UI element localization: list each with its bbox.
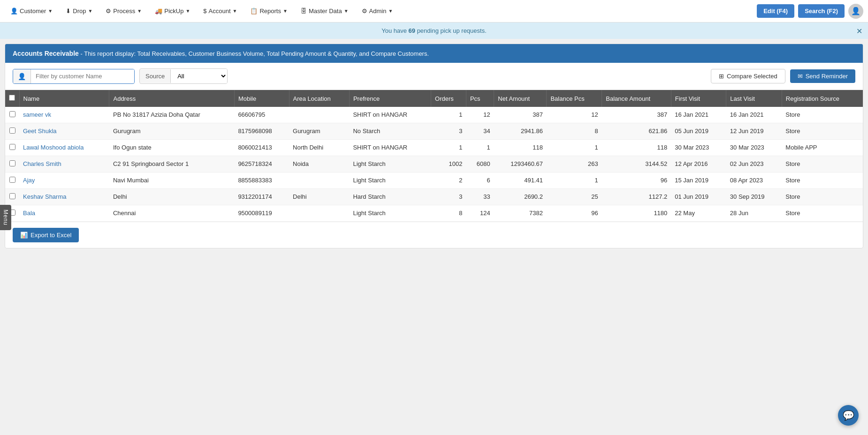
- row-pcs: 34: [466, 123, 494, 140]
- customer-name-link[interactable]: Charles Smith: [23, 160, 61, 167]
- table-row: Keshav Sharma Delhi 9312201174 Delhi Har…: [5, 189, 863, 205]
- row-orders: 1: [431, 107, 466, 123]
- row-name: Lawal Moshood abiola: [19, 140, 109, 156]
- row-registration-source: Store: [782, 189, 863, 205]
- notification-bar: You have 69 pending pick up requests. ✕: [0, 22, 868, 39]
- row-preference: Light Starch: [349, 156, 431, 172]
- row-pcs: 33: [466, 189, 494, 205]
- customer-name-link[interactable]: Lawal Moshood abiola: [23, 144, 84, 151]
- nav-item-process[interactable]: ⚙ Process ▼: [100, 4, 147, 18]
- row-net-amount: 2690.2: [494, 189, 547, 205]
- row-balance-pcs: 1: [547, 172, 602, 189]
- compare-selected-label: Compare Selected: [727, 73, 777, 80]
- caret-pickup: ▼: [185, 8, 190, 14]
- report-title: Accounts Receivable: [13, 50, 79, 57]
- row-orders: 2: [431, 172, 466, 189]
- row-checkbox[interactable]: [9, 144, 15, 150]
- customer-name-link[interactable]: Keshav Sharma: [23, 193, 67, 200]
- customer-name-link[interactable]: Bala: [23, 210, 35, 217]
- caret-process: ▼: [137, 8, 142, 14]
- row-address: Chennai: [109, 205, 234, 222]
- nav-item-master-data[interactable]: 🗄 Master Data ▼: [295, 4, 354, 18]
- nav-item-reports[interactable]: 📋 Reports ▼: [244, 4, 293, 18]
- caret-customer: ▼: [48, 8, 53, 14]
- master-data-icon: 🗄: [301, 8, 307, 15]
- header-address: Address: [109, 90, 234, 107]
- row-area-location: [289, 205, 349, 222]
- row-last-visit: 12 Jun 2019: [726, 123, 782, 140]
- table-row: sameer vk PB No 31817 Azizia Doha Qatar …: [5, 107, 863, 123]
- row-checkbox[interactable]: [9, 128, 15, 134]
- nav-label-customer: Customer: [20, 8, 46, 15]
- main-container: Accounts Receivable - This report displa…: [0, 39, 868, 253]
- export-label: Export to Excel: [30, 232, 71, 239]
- nav-item-pickup[interactable]: 🚚 PickUp ▼: [149, 4, 196, 18]
- export-to-excel-button[interactable]: 📊 Export to Excel: [13, 228, 79, 242]
- reports-icon: 📋: [250, 8, 258, 15]
- row-last-visit: 30 Sep 2019: [726, 189, 782, 205]
- row-mobile: 9500089119: [234, 205, 289, 222]
- row-balance-amount: 118: [602, 140, 671, 156]
- caret-drop: ▼: [88, 8, 92, 14]
- row-checkbox[interactable]: [9, 111, 15, 117]
- row-balance-pcs: 1: [547, 140, 602, 156]
- search-button[interactable]: Search (F2): [798, 4, 845, 18]
- row-mobile: 9312201174: [234, 189, 289, 205]
- select-all-checkbox[interactable]: [9, 95, 15, 101]
- row-registration-source: Store: [782, 156, 863, 172]
- row-registration-source: Store: [782, 205, 863, 222]
- row-name: Ajay: [19, 172, 109, 189]
- side-menu[interactable]: Menu: [0, 205, 11, 230]
- row-balance-pcs: 8: [547, 123, 602, 140]
- nav-right: Edit (F4) Search (F2) 👤: [757, 4, 863, 19]
- nav-item-customer[interactable]: 👤 Customer ▼: [5, 4, 58, 18]
- user-avatar[interactable]: 👤: [848, 4, 863, 19]
- customer-icon: 👤: [10, 8, 18, 15]
- header-mobile: Mobile: [234, 90, 289, 107]
- row-checkbox[interactable]: [9, 177, 15, 183]
- table-row: Geet Shukla Gurugram 8175968098 Gurugram…: [5, 123, 863, 140]
- row-checkbox-cell: [5, 123, 19, 140]
- row-mobile: 8060021413: [234, 140, 289, 156]
- customer-name-link[interactable]: Geet Shukla: [23, 128, 57, 135]
- nav-item-account[interactable]: $ Account ▼: [198, 4, 243, 18]
- row-first-visit: 01 Jun 2019: [671, 189, 726, 205]
- top-navigation: 👤 Customer ▼ ⬇ Drop ▼ ⚙ Process ▼ 🚚 Pick…: [0, 0, 868, 22]
- row-name: sameer vk: [19, 107, 109, 123]
- header-first-visit: First Visit: [671, 90, 726, 107]
- pending-count: 69: [409, 27, 415, 34]
- source-select[interactable]: All Store Mobile APP: [171, 69, 227, 83]
- table-row: Lawal Moshood abiola Ifo Ogun state 8060…: [5, 140, 863, 156]
- header-checkbox-col: [5, 90, 19, 107]
- row-checkbox[interactable]: [9, 193, 15, 199]
- notification-close-button[interactable]: ✕: [856, 26, 862, 35]
- envelope-icon: ✉: [798, 73, 803, 80]
- row-address: PB No 31817 Azizia Doha Qatar: [109, 107, 234, 123]
- report-description: This report display: Total Receivables, …: [84, 50, 429, 57]
- row-last-visit: 02 Jun 2023: [726, 156, 782, 172]
- row-name: Bala: [19, 205, 109, 222]
- row-balance-pcs: 96: [547, 205, 602, 222]
- row-preference: SHIRT on HANGAR: [349, 107, 431, 123]
- customer-name-link[interactable]: sameer vk: [23, 111, 51, 118]
- table-row: Bala Chennai 9500089119 Light Starch 8 1…: [5, 205, 863, 222]
- row-checkbox[interactable]: [9, 160, 15, 166]
- report-card: Accounts Receivable - This report displa…: [5, 44, 863, 248]
- send-reminder-button[interactable]: ✉ Send Reminder: [790, 69, 855, 83]
- row-address: Ifo Ogun state: [109, 140, 234, 156]
- row-orders: 3: [431, 189, 466, 205]
- customer-name-link[interactable]: Ajay: [23, 177, 35, 184]
- nav-item-drop[interactable]: ⬇ Drop ▼: [60, 4, 98, 18]
- row-balance-pcs: 25: [547, 189, 602, 205]
- nav-item-admin[interactable]: ⚙ Admin ▼: [356, 4, 399, 18]
- edit-button[interactable]: Edit (F4): [757, 4, 794, 18]
- row-net-amount: 491.41: [494, 172, 547, 189]
- table-header-row: Name Address Mobile Area Location Prefre…: [5, 90, 863, 107]
- row-registration-source: Mobile APP: [782, 140, 863, 156]
- header-orders: Orders: [431, 90, 466, 107]
- row-last-visit: 28 Jun: [726, 205, 782, 222]
- compare-selected-button[interactable]: ⊞ Compare Selected: [711, 69, 785, 83]
- customer-name-filter[interactable]: [31, 69, 134, 83]
- header-name: Name: [19, 90, 109, 107]
- row-balance-amount: 621.86: [602, 123, 671, 140]
